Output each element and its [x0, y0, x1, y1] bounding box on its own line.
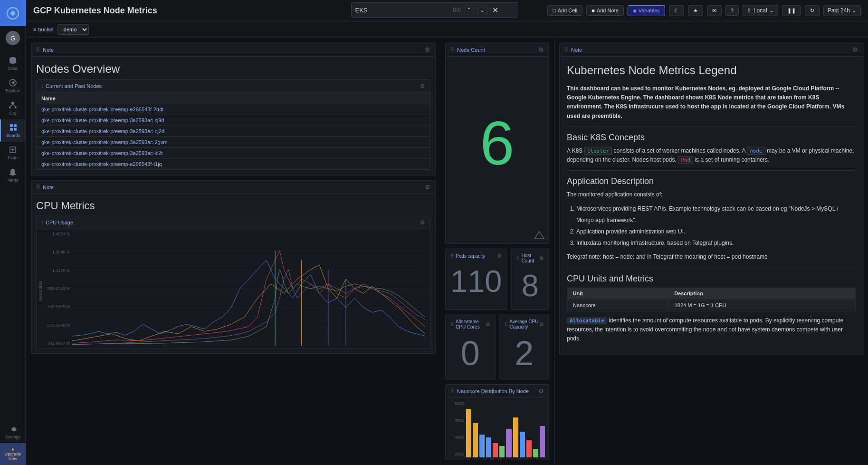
svg-point-4	[11, 102, 14, 105]
app-desc-title: Application Description	[567, 176, 856, 186]
page-title: GCP Kubernetes Node Metrics	[33, 6, 157, 16]
variables-button[interactable]: ◈ Variables	[628, 5, 665, 16]
svg-point-5	[9, 107, 11, 108]
bar	[479, 435, 485, 457]
add-note-icon: ■	[591, 8, 595, 13]
table-row[interactable]: gke-proxitrek-cluste-proxitrek-preemp-3a…	[37, 148, 430, 159]
nano-y-axis: 5000400030002000	[449, 400, 466, 457]
table-row[interactable]: gke-proxitrek-cluste-proxitrek-preemp-3a…	[37, 137, 430, 148]
cpu-note-label: Note	[36, 184, 54, 190]
cpu-chart-gear-icon[interactable]: ⚙	[420, 219, 425, 226]
search-close-button[interactable]: ✕	[492, 6, 498, 15]
nanocore-header: Nanocore Distribution By Node ⚙	[446, 385, 549, 398]
sidebar-item-data[interactable]: Data	[0, 52, 26, 75]
node-count-value: 6	[446, 57, 549, 229]
search-prev-button[interactable]: ⌃	[464, 5, 474, 15]
table-row[interactable]: gke-proxitrek-cluste-proxitrek-preemp-e2…	[37, 104, 430, 115]
legend-column: Note ⚙ Kubernetes Node Metrics Legend Th…	[554, 38, 868, 465]
add-cell-button[interactable]: □ Add Cell	[547, 5, 582, 16]
basic-k8s-desc: A K8S cluster consists of a set of worke…	[567, 146, 856, 165]
avatar[interactable]: G	[6, 31, 20, 45]
star-button[interactable]: ★	[688, 5, 703, 16]
y-axis-unit-label: nanocores	[38, 281, 43, 301]
pause-button[interactable]: ❚❚	[782, 5, 801, 16]
y-axis-label: 381.4697 M	[39, 341, 70, 346]
list-item: Application provides administration web …	[576, 226, 856, 237]
sidebar: G Data Explore Org Boards Tasks Alerts S…	[0, 0, 26, 465]
nodes-table: Name gke-proxitrek-cluste-proxitrek-pree…	[37, 93, 430, 170]
legend-panel-header: Note ⚙	[560, 43, 863, 57]
allocatable-cpu-card: Allocatable CPU Cores ⚙ 0	[445, 315, 496, 379]
node-count-panel: Node Count ⚙ 6	[445, 43, 549, 244]
app-desc-intro: The monitored application consists of:	[567, 190, 856, 199]
host-gear-icon[interactable]: ⚙	[539, 255, 544, 262]
dashboard: Note ⚙ Nodes Overview ⁝ Current and Past…	[26, 38, 868, 465]
legend-panel: Note ⚙ Kubernetes Node Metrics Legend Th…	[559, 43, 863, 355]
cpu-panel-gear-icon[interactable]: ⚙	[425, 184, 430, 191]
pods-gear-icon[interactable]: ⚙	[497, 253, 502, 259]
cpu-metrics-panel: Note ⚙ CPU Metrics ⁝ CPU Usage ⚙	[31, 180, 436, 354]
svg-line-8	[13, 105, 16, 107]
host-count-label: Host Count	[516, 253, 539, 263]
table-row[interactable]: gke-proxitrek-cluste-proxitrek-preemp-3a…	[37, 115, 430, 126]
allocatable-code: Allocatable	[567, 317, 607, 324]
chevron-down-icon: ⌄	[769, 7, 774, 14]
list-item: Microservices providing REST APIs. Examp…	[576, 203, 856, 226]
nanocore-gear-icon[interactable]: ⚙	[538, 388, 544, 395]
bar	[526, 440, 532, 457]
sidebar-item-settings[interactable]: Settings	[0, 421, 26, 443]
y-axis-label: 1.1176 G	[39, 268, 70, 273]
average-capacity-label: Average CPU Capacity	[505, 319, 540, 329]
table-row: Nanocore1024 M = 1G = 1 CPU	[567, 299, 856, 311]
sidebar-item-alerts[interactable]: Alerts	[0, 164, 26, 186]
nano-y-label: 5000	[449, 401, 464, 406]
help-button[interactable]: ?	[725, 5, 739, 16]
toolbar: ≡ bucket demo	[26, 21, 868, 38]
avg-gear-icon[interactable]: ⚙	[539, 321, 544, 328]
legend-title: Kubernetes Node Metrics Legend	[567, 64, 856, 77]
local-selector[interactable]: ⇧ Local ⌄	[743, 5, 778, 16]
sidebar-item-explore[interactable]: Explore	[0, 75, 26, 97]
bar	[493, 443, 498, 457]
list-item: Influxdata monitoring infrastructure, ba…	[576, 237, 856, 249]
legend-gear-icon[interactable]: ⚙	[852, 46, 858, 53]
time-range-selector[interactable]: Past 24h ⌄	[823, 5, 861, 16]
table-header-cell: Unit	[567, 288, 669, 300]
cpu-chart-area: 1.4901 G1.3039 G1.1176 G953.6743 M762.93…	[37, 229, 430, 348]
bucket-select[interactable]: demo	[57, 24, 89, 35]
add-note-button[interactable]: ■ Add Note	[586, 5, 624, 16]
search-input[interactable]	[355, 7, 450, 14]
nanocore-chart: 5000400030002000	[446, 398, 549, 460]
svg-marker-3	[12, 81, 14, 84]
nodes-overview-gear-icon[interactable]: ⚙	[425, 46, 430, 53]
upgrade-button[interactable]: ★ Upgrade Now	[0, 443, 26, 465]
search-overlay[interactable]: 0/0 ⌃ ⌄ ✕	[351, 2, 517, 18]
cpu-chart-lines	[72, 232, 425, 346]
legend-divider-2	[567, 170, 856, 171]
bar	[499, 446, 505, 457]
name-column-header: Name	[37, 93, 430, 104]
app-logo[interactable]	[0, 0, 26, 26]
metrics-row-2: Allocatable CPU Cores ⚙ 0 Average CPU Ca…	[445, 315, 549, 379]
metrics-row-1: Pods capacity ⚙ 110 Host Count ⚙ 8	[445, 249, 549, 310]
pods-capacity-value: 110	[450, 261, 502, 301]
nano-bars	[466, 400, 545, 457]
table-row[interactable]: gke-proxitrek-cluste-proxitrek-preemp-3a…	[37, 126, 430, 137]
bar	[513, 417, 518, 457]
theme-toggle[interactable]: ☾	[669, 5, 684, 16]
refresh-button[interactable]: ↻	[805, 5, 820, 16]
table-row[interactable]: gke-proxitrek-cluste-proxitrek-preemp-e2…	[37, 159, 430, 170]
up-arrow-icon: ⇧	[747, 7, 752, 14]
svg-rect-12	[14, 128, 17, 131]
alloc-gear-icon[interactable]: ⚙	[486, 321, 490, 328]
sidebar-item-tasks[interactable]: Tasks	[0, 142, 26, 164]
sidebar-item-org[interactable]: Org	[0, 97, 26, 119]
search-next-button[interactable]: ⌄	[477, 5, 487, 15]
share-button[interactable]: ✉	[707, 5, 722, 16]
sidebar-item-boards[interactable]: Boards	[0, 119, 26, 142]
allocatable-cpu-value: 0	[450, 331, 490, 375]
legend-intro: This dashboard can be used to monitor Ku…	[567, 84, 856, 121]
table-gear-icon[interactable]: ⚙	[420, 83, 425, 89]
node-count-gear-icon[interactable]: ⚙	[538, 46, 544, 53]
bar	[473, 423, 478, 457]
